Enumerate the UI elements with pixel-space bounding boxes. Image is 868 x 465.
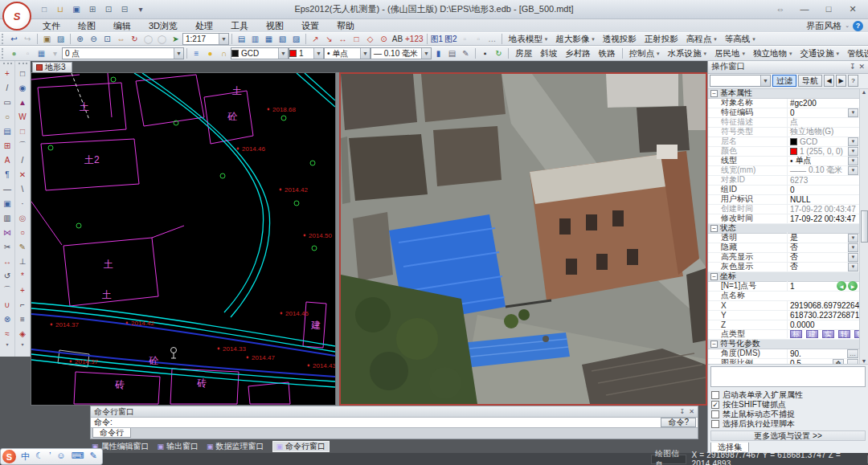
draw-tool-2-16-icon[interactable]: ⌐ [16, 297, 30, 312]
move-handle-icon[interactable]: ✥ [833, 359, 844, 365]
more-tools-icon[interactable]: ▾ [21, 341, 23, 348]
view-button-高程点[interactable]: 高程点▾ [682, 32, 721, 46]
checkbox[interactable]: ✓ [711, 401, 719, 409]
measure-tool-1-icon[interactable]: ↘ [322, 33, 336, 46]
refresh-tool-1-icon[interactable]: ↻ [492, 47, 506, 60]
float-window-button[interactable]: ⇔ [768, 0, 792, 18]
draw-tool-2-9-icon[interactable]: · [16, 196, 30, 210]
collapse-icon[interactable]: − [710, 341, 718, 348]
chevron-down-icon[interactable]: ▾ [592, 36, 595, 43]
lock-tool-1-icon[interactable]: ▤ [445, 47, 459, 60]
feature-menu-水系设施[interactable]: 水系设施▾ [664, 47, 711, 60]
layer-control-1-icon[interactable]: ● [203, 47, 217, 60]
chevron-down-icon[interactable]: ▾ [789, 51, 792, 57]
more-button[interactable]: … [847, 349, 858, 358]
chevron-down-icon[interactable]: ▼ [360, 48, 370, 59]
ime-icon-2[interactable]: ’ [49, 451, 51, 463]
map-view-tab-4-icon[interactable]: … [485, 33, 499, 46]
clipboard-1-icon[interactable]: ▨ [54, 33, 68, 46]
next-point-button[interactable]: ▶ [848, 281, 858, 291]
scrollbar[interactable]: ▲ ▼ [859, 89, 868, 365]
draw-tool-1-2-icon[interactable]: ▭ [1, 95, 14, 109]
prev-button[interactable]: ◀ [824, 75, 834, 87]
dock-tab-输出窗口[interactable]: ▣输出窗口 [158, 441, 199, 452]
collapse-icon[interactable]: − [710, 90, 718, 97]
window-layout-4-icon[interactable]: ▨ [289, 33, 303, 46]
chevron-down-icon[interactable]: ▼ [313, 48, 323, 59]
draw-tool-2-8-icon[interactable]: \ [16, 182, 30, 196]
print-setup-icon[interactable]: ⊟ [117, 2, 132, 17]
zoom-tool-2-icon[interactable]: ⊡ [100, 33, 114, 46]
draw-tool-2-2-icon[interactable]: ▲ [16, 95, 30, 109]
view-button-超大影像[interactable]: 超大影像▾ [551, 32, 599, 46]
linewidth-combo[interactable]: — 0.10 毫米 ▼ [371, 47, 432, 59]
more-options-button[interactable]: 更多选项与设置 >> [710, 430, 866, 441]
draw-tool-2-3-icon[interactable]: W [16, 109, 30, 124]
command-input[interactable]: 命令: 命令? [91, 417, 698, 428]
dropdown-button[interactable]: ▼ [848, 147, 858, 156]
layer-control-0-icon[interactable]: ≡ [190, 47, 203, 60]
ui-style-dropdown-icon[interactable]: ⌄ [845, 22, 850, 29]
ime-icon-5[interactable]: ✎ [89, 451, 96, 463]
draw-state-2-icon[interactable]: ▦ [35, 47, 48, 60]
next-button[interactable]: ▶ [836, 75, 846, 87]
feature-menu-交通设施[interactable]: 交通设施▾ [796, 47, 844, 60]
ime-icon-1[interactable]: ☾ [35, 451, 43, 463]
document-tab-terrain3[interactable]: 地形3 [32, 62, 72, 72]
close-button[interactable]: ✕ [841, 0, 865, 18]
draw-tool-2-6-icon[interactable]: / [16, 153, 30, 167]
dropdown-button[interactable]: ▼ [848, 253, 858, 262]
sogou-logo-icon[interactable]: S [2, 450, 16, 463]
view-button-地表模型[interactable]: 地表模型▾ [505, 32, 552, 46]
draw-tool-1-1-icon[interactable]: / [1, 80, 14, 95]
menu-item-设置[interactable]: 设置 [293, 19, 328, 32]
scale-combo[interactable]: 1:217 ▼ [182, 33, 229, 45]
draw-tool-2-0-icon[interactable]: □ [16, 66, 30, 80]
draw-tool-2-10-icon[interactable]: ◎ [16, 210, 30, 225]
save-icon[interactable]: ▣ [69, 2, 84, 17]
annotation-tool-1-icon[interactable]: +123 [404, 33, 424, 46]
window-layout-2-icon[interactable]: ▦ [262, 33, 276, 46]
prev-point-button[interactable]: ◀ [837, 281, 846, 291]
draw-tool-2-18-icon[interactable]: ◈ [16, 326, 30, 341]
menu-item-帮助[interactable]: 帮助 [328, 19, 363, 32]
draw-tool-2-13-icon[interactable]: ⊥ [16, 254, 30, 268]
dock-tab-命令行窗口[interactable]: ▣命令行窗口 [272, 441, 330, 452]
cad-map-pane[interactable]: 2018.682014.462014.422014.502014.372014.… [31, 72, 336, 406]
menu-item-绘图[interactable]: 绘图 [69, 19, 104, 32]
chevron-down-icon[interactable]: ▼ [278, 48, 288, 59]
collapse-icon[interactable]: − [710, 273, 718, 280]
refresh-tool-0-icon[interactable]: ▪ [478, 47, 492, 60]
command-help-button[interactable]: 命令? [661, 418, 696, 427]
scroll-up-icon[interactable]: ▲ [862, 89, 867, 95]
measure-tool-0-icon[interactable]: ↗ [309, 33, 322, 46]
draw-tool-1-12-icon[interactable]: ✂ [1, 239, 14, 254]
checkbox[interactable] [711, 420, 719, 428]
measure-tool-4-icon[interactable]: ◇ [363, 33, 377, 46]
cad-canvas[interactable]: 2018.682014.462014.422014.502014.372014.… [31, 73, 335, 405]
dropdown-button[interactable]: ▼ [848, 108, 858, 117]
current-code-combo[interactable]: 0 点 ▼ [62, 47, 184, 59]
chevron-down-icon[interactable]: ▾ [752, 36, 755, 43]
map-view-tab-1-icon[interactable]: 图2 [444, 33, 458, 46]
undo-redo-0-icon[interactable]: ↩ [7, 33, 21, 46]
draw-tool-1-9-icon[interactable]: ▣ [1, 196, 14, 210]
measure-tool-2-icon[interactable]: ↔ [336, 33, 350, 46]
point-type-button-标[interactable]: 标 [790, 330, 802, 338]
toolbar-grip[interactable] [2, 34, 6, 44]
dropdown-button[interactable]: ▼ [848, 243, 858, 252]
chevron-down-icon[interactable]: ▾ [704, 51, 707, 57]
draw-tool-1-14-icon[interactable]: ↺ [1, 268, 14, 283]
draw-tool-1-18-icon[interactable]: ≈ [1, 326, 14, 341]
checkbox[interactable] [711, 391, 719, 399]
annotation-tool-0-icon[interactable]: AB [391, 33, 404, 46]
clipboard-0-icon[interactable]: ▣ [40, 33, 54, 46]
lock-tool-2-icon[interactable]: ✎ [459, 47, 473, 60]
dropdown-button[interactable]: ▼ [848, 166, 858, 175]
feature-menu-居民地[interactable]: 居民地▾ [710, 47, 749, 60]
chevron-down-icon[interactable]: ▾ [714, 36, 717, 43]
quick-draw-乡村路[interactable]: 乡村路 [561, 47, 595, 60]
chevron-down-icon[interactable]: ▾ [657, 51, 660, 57]
feature-menu-管线设施[interactable]: 管线设施▾ [843, 47, 868, 60]
chevron-down-icon[interactable]: ▾ [837, 51, 840, 57]
